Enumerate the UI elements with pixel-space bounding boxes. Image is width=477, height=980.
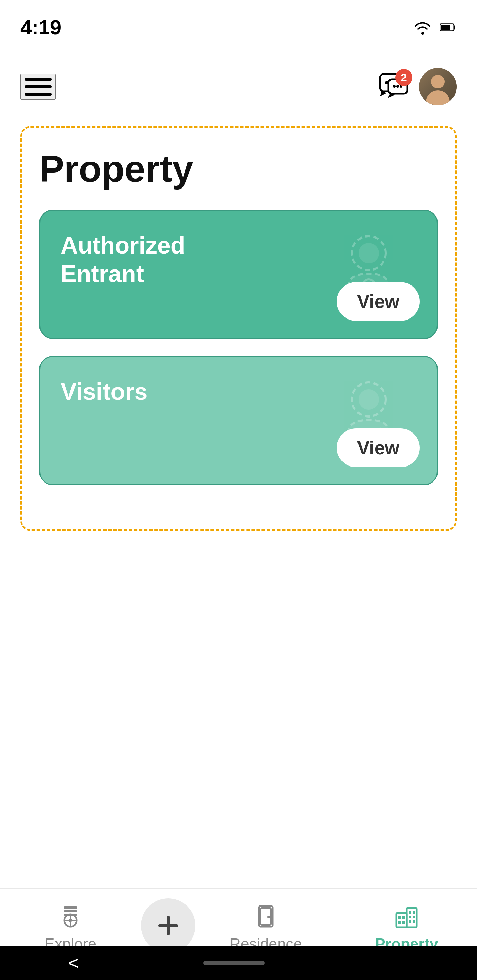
hamburger-button[interactable] bbox=[21, 74, 56, 100]
door-icon bbox=[252, 903, 279, 930]
visitors-title: Visitors bbox=[61, 377, 256, 406]
svg-rect-16 bbox=[64, 906, 77, 909]
svg-rect-33 bbox=[413, 916, 415, 918]
svg-rect-17 bbox=[64, 910, 77, 912]
svg-rect-28 bbox=[398, 921, 401, 924]
authorized-entrant-card[interactable]: AuthorizedEntrant View bbox=[39, 210, 438, 339]
building-icon bbox=[393, 903, 420, 930]
svg-rect-24 bbox=[396, 913, 407, 927]
svg-rect-32 bbox=[408, 916, 411, 918]
add-button[interactable] bbox=[141, 898, 195, 953]
avatar[interactable] bbox=[419, 68, 456, 105]
svg-point-11 bbox=[359, 243, 379, 263]
svg-rect-30 bbox=[408, 911, 411, 914]
chat-badge: 2 bbox=[395, 69, 412, 86]
wifi-icon bbox=[412, 20, 433, 35]
visitors-view-button[interactable]: View bbox=[337, 428, 420, 467]
battery-icon bbox=[440, 20, 456, 35]
visitors-card[interactable]: Visitors View bbox=[39, 356, 438, 485]
svg-rect-31 bbox=[413, 911, 415, 914]
svg-point-7 bbox=[393, 85, 396, 88]
system-nav-bar: < bbox=[0, 946, 477, 980]
status-time: 4:19 bbox=[21, 16, 61, 39]
svg-point-20 bbox=[69, 919, 72, 922]
svg-rect-26 bbox=[398, 916, 401, 919]
authorized-entrant-title: AuthorizedEntrant bbox=[61, 231, 256, 288]
svg-rect-1 bbox=[441, 25, 450, 30]
hamburger-line-1 bbox=[24, 78, 52, 81]
status-bar: 4:19 bbox=[0, 0, 477, 54]
compass-icon bbox=[57, 903, 84, 930]
dashed-container: Property AuthorizedEntrant View bbox=[21, 126, 456, 531]
status-icons bbox=[412, 20, 456, 35]
svg-rect-34 bbox=[408, 920, 411, 923]
svg-point-23 bbox=[267, 916, 270, 918]
avatar-image bbox=[419, 68, 456, 105]
svg-rect-29 bbox=[402, 921, 405, 924]
header: 2 bbox=[0, 54, 477, 119]
svg-rect-35 bbox=[413, 920, 415, 923]
hamburger-line-3 bbox=[24, 93, 52, 95]
svg-point-8 bbox=[396, 85, 399, 88]
chat-button[interactable]: 2 bbox=[378, 73, 409, 101]
back-button[interactable]: < bbox=[68, 952, 79, 974]
svg-point-15 bbox=[359, 389, 379, 410]
plus-icon bbox=[155, 912, 182, 939]
authorized-entrant-view-button[interactable]: View bbox=[337, 282, 420, 321]
hamburger-line-2 bbox=[24, 86, 52, 88]
home-indicator[interactable] bbox=[203, 961, 265, 965]
page-title: Property bbox=[39, 148, 438, 189]
svg-rect-27 bbox=[402, 916, 405, 919]
main-content: Property AuthorizedEntrant View bbox=[0, 119, 477, 613]
header-right: 2 bbox=[378, 68, 456, 105]
